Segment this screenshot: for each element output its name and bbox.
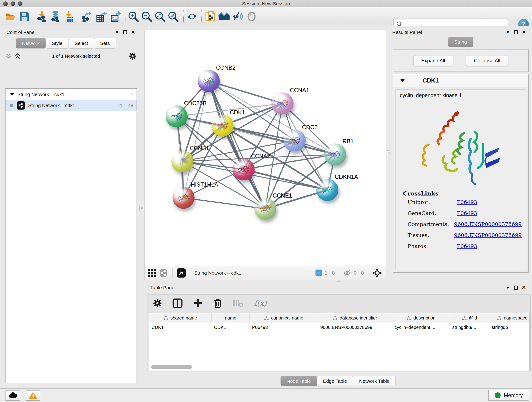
save-session-button[interactable] (18, 11, 30, 22)
add-column-icon[interactable] (193, 298, 203, 308)
table-cell[interactable]: stringdb (489, 323, 530, 332)
network-edge-CCNB2-CCNA1[interactable] (209, 81, 283, 103)
collapse-all-icon[interactable] (5, 53, 12, 59)
zoom-fit-button[interactable] (154, 11, 166, 22)
panel-close-icon[interactable]: ✕ (131, 29, 135, 35)
memory-button[interactable]: Memory (488, 390, 529, 401)
network-node-CDKN1A[interactable] (317, 179, 338, 201)
show-columns-icon[interactable] (172, 298, 183, 308)
grid-mode-icon[interactable] (148, 269, 156, 277)
section-collapse-icon[interactable] (400, 79, 405, 82)
horizontal-scrollbar[interactable] (151, 365, 192, 369)
table-cell[interactable]: 9606.ENSP00000378699 (318, 323, 392, 332)
network-node-CCNA1[interactable] (272, 92, 293, 114)
gear-icon[interactable] (129, 52, 137, 60)
export-network-button[interactable] (82, 11, 94, 22)
share-view-icon[interactable] (159, 268, 168, 278)
import-network-file-button[interactable] (36, 11, 48, 22)
table-row[interactable]: CDK1CDK1P064939606.ENSP00000378699cyclin… (149, 323, 529, 332)
expand-all-button[interactable]: Expand All (413, 55, 453, 66)
birds-eye-toolbar-button[interactable] (246, 11, 258, 22)
export-image-button[interactable] (110, 11, 122, 22)
collapse-all-button[interactable]: Collapse All (466, 55, 508, 66)
table-gear-icon[interactable] (153, 299, 162, 308)
delete-column-icon[interactable] (213, 298, 222, 308)
toolbar-separator (183, 10, 184, 23)
column-header-description[interactable]: description (392, 313, 450, 323)
cloud-status-button[interactable] (6, 390, 20, 401)
network-node-RB1[interactable] (324, 143, 346, 166)
tab-node-table[interactable]: Node Table (280, 376, 317, 386)
crosslink-link[interactable]: 9606.ENSP00000378699 (454, 221, 522, 227)
panel-float-icon[interactable] (123, 30, 127, 34)
column-header-database-identifier[interactable]: database identifier (318, 313, 392, 323)
column-header-canonical-name[interactable]: canonical name (250, 313, 318, 323)
apply-layout-button[interactable] (186, 11, 198, 22)
column-header-shared-name[interactable]: shared name (149, 313, 212, 323)
panel-close-icon[interactable]: ✕ (522, 29, 526, 35)
network-node-CDC25B[interactable] (166, 105, 188, 128)
network-node-CCNA2[interactable] (233, 158, 254, 180)
crosslink-link[interactable]: P06493 (457, 210, 477, 216)
zoom-out-button[interactable] (141, 11, 152, 22)
crosslink-link[interactable]: 9606.ENSP00000378699 (454, 232, 522, 238)
panel-menu-icon[interactable]: ▼ (506, 286, 510, 290)
network-node-CCNB1[interactable] (171, 150, 193, 172)
network-edge-HIST1H1A-CCNE1[interactable] (184, 198, 265, 209)
window-title: Session: New Session (0, 1, 532, 6)
network-node-HIST1H1A[interactable] (172, 187, 195, 209)
pan-crosshair-icon[interactable] (372, 268, 382, 278)
hide-graphics-details-button[interactable] (232, 11, 244, 22)
tab-style[interactable]: Style (46, 38, 69, 49)
tab-edge-table[interactable]: Edge Table (317, 376, 353, 386)
table-cell[interactable]: CDK1 (149, 323, 212, 332)
table-cell[interactable]: CDK1 (212, 323, 250, 332)
table-cell[interactable]: stringdb:9... (450, 323, 489, 332)
network-collection-row[interactable]: String Network – cdk1 1 (6, 89, 137, 100)
tab-network[interactable]: Network (16, 38, 46, 49)
tab-select[interactable]: Select (69, 38, 94, 49)
open-session-button[interactable] (5, 11, 17, 22)
selected-checkbox-icon[interactable]: ✓ (316, 269, 322, 276)
tab-network-table[interactable]: Network Table (353, 376, 396, 386)
panel-menu-icon[interactable]: ▼ (506, 30, 510, 34)
network-node-CCNB2[interactable] (198, 70, 220, 92)
network-row[interactable]: String Network – cdk1 11 48 (6, 100, 137, 111)
panel-menu-icon[interactable]: ▼ (115, 30, 119, 34)
column-header--id[interactable]: @id (450, 313, 489, 323)
gene-section-header[interactable]: CDK1 (393, 74, 528, 87)
tree-expand-icon[interactable] (10, 93, 14, 96)
zoom-in-button[interactable] (127, 11, 139, 22)
crosslink-link[interactable]: P06493 (457, 243, 477, 249)
network-node-CDK1[interactable] (211, 115, 234, 137)
import-network-database-button[interactable] (50, 11, 61, 22)
network-node-CCNE1[interactable] (254, 198, 276, 220)
column-header-namespace[interactable]: namespace (489, 313, 530, 323)
tab-string[interactable]: String (448, 37, 473, 47)
birds-eye-view-icon[interactable] (177, 268, 186, 278)
network-canvas[interactable]: CCNB2CCNA1CDC25BCDK1CDC6RB1CCNB1CCNA2CDK… (145, 30, 386, 266)
table-cell[interactable]: P06493 (250, 323, 318, 332)
share-document-button[interactable] (204, 11, 216, 22)
crosslink-label: Compartments: (408, 221, 454, 227)
panel-close-icon[interactable]: ✕ (522, 285, 526, 291)
export-network-icon (82, 11, 93, 22)
table-cell[interactable]: cyclin–dependent ... (392, 323, 450, 332)
left-splitter-handle[interactable] (139, 205, 144, 211)
column-header-name[interactable]: name (212, 313, 250, 323)
tab-sets[interactable]: Sets (94, 38, 116, 49)
panel-float-icon[interactable] (514, 30, 518, 34)
zoom-selected-button[interactable] (167, 11, 179, 22)
column-tree-icon (333, 316, 337, 320)
column-tree-icon (164, 316, 168, 320)
network-node-CDC6[interactable] (284, 129, 306, 152)
expand-all-icon[interactable] (14, 53, 21, 59)
crosslink-link[interactable]: P06493 (457, 199, 477, 205)
home-view-button[interactable] (218, 11, 230, 22)
export-table-button[interactable] (96, 11, 108, 22)
import-table-button[interactable] (63, 11, 75, 22)
warnings-button[interactable] (26, 390, 40, 401)
hidden-eye-icon[interactable] (343, 269, 351, 276)
results-panel-title: Results Panel (392, 30, 422, 35)
panel-float-icon[interactable] (514, 286, 518, 290)
